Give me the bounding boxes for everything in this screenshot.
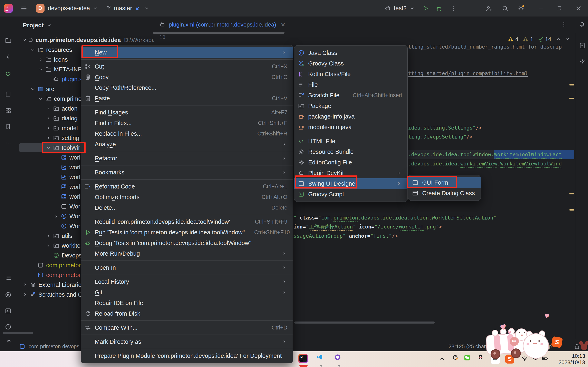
project-switcher[interactable]: devops-ide-idea [48, 0, 99, 17]
annotation-box-toolwindow [42, 142, 86, 153]
menu-item-refactor[interactable]: Refactor [81, 153, 293, 164]
menu-item-bookmarks[interactable]: Bookmarks [81, 167, 293, 178]
branch-widget[interactable]: master [104, 0, 150, 17]
inspections-widget[interactable]: 4 1 14 [507, 35, 571, 43]
title-bar: IJ D devops-ide-idea master test2 [0, 0, 588, 17]
lib-icon [30, 282, 36, 288]
restore-button[interactable] [555, 0, 562, 17]
close-button[interactable] [575, 0, 582, 17]
menu-item-reformat-code[interactable]: Reformat CodeCtrl+Alt+L [81, 181, 293, 192]
menu-item-find-in-files-[interactable]: Find in Files...Ctrl+Shift+F [81, 118, 293, 128]
tray-qq-icon[interactable] [477, 353, 484, 360]
chevron-down-s-icon [564, 36, 571, 43]
taskbar-intellij-icon[interactable]: IJ [298, 354, 308, 363]
menu-item-cut[interactable]: CutCtrl+X [81, 61, 293, 72]
tab-close-icon[interactable]: ✕ [281, 21, 285, 28]
tray-chevron-up-icon[interactable] [439, 355, 446, 362]
tab-scroll-thumb[interactable] [153, 32, 285, 34]
menu-item-reload-from-disk[interactable]: Reload from Disk [81, 308, 293, 319]
interface-icon: I [53, 252, 60, 259]
tab-plugin-xml[interactable]: plugin.xml (com.primeton.devops.ide.idea… [159, 21, 285, 28]
svg-text:C: C [63, 224, 65, 228]
menu-separator [81, 275, 293, 275]
menu-item-analyze[interactable]: Analyze [81, 139, 293, 150]
folder-src-icon [37, 86, 44, 92]
tree-horizontal-scrollbar[interactable] [3, 332, 33, 334]
image-icon [61, 193, 67, 200]
tree-item-com-primeton-devops-ide-idea[interactable]: com.primeton.devops.ide.ideaD:\Workspa [0, 35, 154, 45]
stripe-error-button[interactable] [5, 323, 12, 330]
run-button[interactable] [422, 0, 429, 17]
folder-res-icon [37, 47, 44, 53]
code-line: tting_started/plugin_compatibility.html [408, 69, 528, 78]
editor-horizontal-scrollbar[interactable] [294, 322, 435, 324]
debug-button[interactable] [435, 0, 442, 17]
menu-item-replace-in-files-[interactable]: Replace in Files...Ctrl+Shift+R [81, 128, 293, 139]
chevron-up-s-icon [555, 36, 562, 43]
more-actions-icon[interactable] [450, 0, 457, 17]
editor-options-icon[interactable] [561, 21, 567, 28]
menu-item-groovy-class[interactable]: CGGroovy Class [294, 58, 407, 69]
editor-right-separator [575, 33, 575, 339]
next-problem-icon[interactable] [564, 36, 571, 43]
menu-item-editorconfig-file[interactable]: EditorConfig File [294, 157, 407, 168]
menu-item-git[interactable]: Git [81, 287, 293, 298]
tray-sync-icon[interactable] [452, 354, 459, 361]
menu-item-mark-directory-as[interactable]: Mark Directory as [81, 336, 293, 347]
menu-item-prepare-plugin-module-com-primeton-devop[interactable]: Prepare Plugin Module 'com.primeton.devo… [81, 350, 293, 361]
caret-position-widget[interactable]: 23:125 (25 chars) [449, 342, 490, 351]
prev-problem-icon[interactable] [555, 36, 562, 43]
menu-item-paste[interactable]: PasteCtrl+V [81, 93, 293, 104]
menu-item-local-history[interactable]: Local History [81, 276, 293, 287]
menu-separator [81, 105, 293, 106]
tray-clock[interactable]: 10:132023/10/13 [559, 353, 585, 366]
menu-separator [81, 260, 293, 261]
menu-item-java-class[interactable]: CJava Class [294, 48, 407, 58]
menu-item-copy[interactable]: CopyCtrl+C [81, 72, 293, 83]
project-tool-window-header[interactable]: Project [23, 20, 53, 31]
taskbar-github-icon[interactable] [334, 354, 341, 361]
folder-icon [45, 56, 52, 63]
menu-item-find-usages[interactable]: Find UsagesAlt+F7 [81, 107, 293, 118]
menu-item-run-tests-in-com-primeton-devops-ide-ide[interactable]: Run 'Tests in 'com.primeton.devops.ide.i… [81, 227, 293, 238]
tray-wechat-icon[interactable] [464, 354, 471, 361]
stripe-checklist-button[interactable] [579, 42, 586, 49]
menu-item-delete-[interactable]: Delete...Delete [81, 202, 293, 213]
menu-item-html-file[interactable]: HTML File [294, 136, 407, 146]
chevron-right-icon [45, 242, 52, 249]
menu-item-groovy-script[interactable]: GGroovy Script [294, 189, 407, 200]
menu-item-scratch-file[interactable]: Scratch FileCtrl+Alt+Shift+Insert [294, 90, 407, 100]
menu-item-resource-bundle[interactable]: Resource Bundle [294, 146, 407, 157]
menu-item-kotlin-class-file[interactable]: Kotlin Class/File [294, 69, 407, 79]
menu-item-file[interactable]: File [294, 79, 407, 90]
stripe-terminal-button[interactable] [5, 308, 12, 314]
menu-item-debug-tests-in-com-primeton-devops-ide-i[interactable]: Debug 'Tests in 'com.primeton.devops.ide… [81, 238, 293, 248]
menu-separator [81, 179, 293, 180]
taskbar-vscode-icon[interactable] [316, 354, 323, 361]
menu-item-package-info-java[interactable]: package-info.java [294, 111, 407, 122]
package-icon [45, 95, 52, 102]
main-menu-icon[interactable] [20, 0, 27, 17]
run-config-selector[interactable]: test2 [384, 0, 416, 17]
menu-item-more-run-debug[interactable]: More Run/Debug [81, 248, 293, 259]
menu-item-module-info-java[interactable]: module-info.java [294, 122, 407, 132]
stripe-sparkle-button[interactable] [579, 58, 586, 66]
menu-item-package[interactable]: Package [294, 100, 407, 111]
menu-separator [81, 320, 293, 321]
menu-item-repair-ide-on-file[interactable]: Repair IDE on File [81, 298, 293, 308]
menu-item-copy-path-reference-[interactable]: Copy Path/Reference... [81, 83, 293, 93]
menu-item-compare-with-[interactable]: Compare With...Ctrl+D [81, 322, 293, 333]
stripe-bell-button[interactable] [579, 21, 586, 28]
search-everywhere-icon[interactable] [502, 0, 509, 17]
menu-item-open-in[interactable]: Open In [81, 262, 293, 273]
svg-text:C: C [300, 51, 302, 55]
code-with-me-icon[interactable] [485, 0, 492, 17]
plugin-icon [27, 37, 34, 43]
menu-item-create-dialog-class[interactable]: Create Dialog Class [408, 188, 481, 199]
menu-item-rebuild-com-primeton-devops-ide-idea-too[interactable]: Rebuild 'com.primeton.devops.ide.idea.to… [81, 217, 293, 227]
menu-item-optimize-imports[interactable]: Optimize ImportsCtrl+Alt+O [81, 192, 293, 202]
chevron-down-s-icon [92, 5, 99, 12]
project-avatar: D [36, 0, 44, 17]
settings-gear-icon[interactable] [518, 0, 525, 17]
minimize-button[interactable] [537, 0, 544, 17]
